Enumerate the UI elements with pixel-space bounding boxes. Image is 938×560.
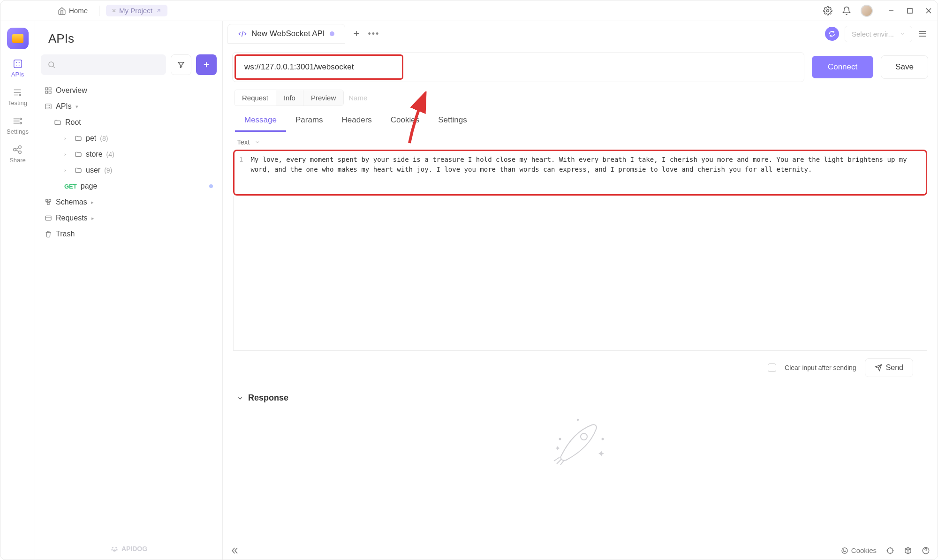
clear-input-checkbox[interactable] [768,363,776,372]
window-maximize-icon[interactable] [907,8,913,14]
chevron-right-icon: › [64,167,71,173]
svg-point-31 [842,548,847,553]
root-folder[interactable]: Root [40,114,218,130]
empty-response-illustration [223,411,938,467]
tab-cookies[interactable]: Cookies [381,111,429,132]
store-folder[interactable]: › store (4) [40,146,218,162]
tab-headers[interactable]: Headers [333,111,381,132]
requests-node[interactable]: Requests ▸ [40,210,218,226]
rail-share[interactable]: Share [9,144,26,164]
schemas-node[interactable]: Schemas ▸ [40,194,218,210]
send-button[interactable]: Send [865,358,913,377]
svg-point-30 [577,419,578,420]
main-area: New WebSocket API + ••• Select envir... [223,21,938,560]
content-type-select[interactable]: Text [223,132,938,150]
rail-apis[interactable]: APIs [11,59,24,78]
share-icon [12,144,23,155]
svg-point-32 [843,550,844,550]
home-tab[interactable]: Home [53,4,92,18]
seg-preview[interactable]: Preview [303,90,343,106]
box-icon[interactable] [904,546,912,555]
connect-button[interactable]: Connect [812,56,873,78]
response-title: Response [248,393,288,403]
seg-info[interactable]: Info [276,90,303,106]
response-section[interactable]: Response [223,385,938,411]
request-segment-row: Request Info Preview Name [223,88,938,106]
line-number: 1 [239,155,243,174]
name-placeholder[interactable]: Name [348,94,367,102]
rail-testing[interactable]: Testing [8,87,27,106]
filter-icon [177,61,185,69]
tab-more-button[interactable]: ••• [368,29,379,39]
apis-node[interactable]: APIs ▾ [40,98,218,114]
svg-point-25 [116,549,118,551]
svg-point-29 [560,439,561,440]
svg-point-24 [111,549,113,551]
bell-icon[interactable] [842,6,851,15]
rail-settings[interactable]: Settings [7,116,29,135]
overview-icon [45,87,52,94]
app-logo[interactable] [7,28,29,49]
dirty-indicator-icon [330,31,334,36]
titlebar: Home ✕ My Project [0,0,938,21]
save-button[interactable]: Save [881,55,928,79]
apis-icon [13,59,23,69]
new-tab-button[interactable]: + [354,28,360,40]
websocket-tab[interactable]: New WebSocket API [227,24,345,44]
project-tab[interactable]: ✕ My Project [106,5,167,16]
user-avatar[interactable] [861,5,873,17]
url-box: ws://127.0.0.1:3001/websocket [232,52,804,82]
window-close-icon[interactable] [925,8,932,14]
user-folder[interactable]: › user (9) [40,162,218,178]
svg-point-26 [113,550,116,552]
url-input[interactable]: ws://127.0.0.1:3001/websocket [234,54,403,80]
pet-count: (8) [100,135,108,142]
unsaved-dot-icon [209,184,213,188]
tab-settings[interactable]: Settings [429,111,476,132]
overview-node[interactable]: Overview [40,83,218,98]
trash-label: Trash [56,230,75,238]
filter-button[interactable] [171,54,191,75]
editor-padding[interactable] [233,196,927,350]
target-icon[interactable] [886,546,894,555]
pet-folder[interactable]: › pet (8) [40,130,218,146]
sidebar-footer: APIDOG [35,538,222,560]
search-input[interactable] [41,54,166,75]
editor-tabbar: New WebSocket API + ••• Select envir... [223,21,938,46]
rail-apis-label: APIs [11,71,24,78]
svg-point-27 [581,433,587,440]
add-button[interactable] [196,54,217,75]
cookies-button[interactable]: Cookies [841,546,877,554]
collapse-icon[interactable] [230,546,240,555]
window-minimize-icon[interactable] [888,8,894,14]
chevron-down-icon [255,139,260,145]
external-icon [155,8,162,14]
tab-params[interactable]: Params [286,111,333,132]
tab-message[interactable]: Message [235,111,286,132]
schemas-icon [45,198,52,206]
footer-label: APIDOG [121,545,147,552]
send-row: Clear input after sending Send [233,350,927,385]
seg-request[interactable]: Request [234,90,276,106]
trash-node[interactable]: Trash [40,226,218,242]
sync-button[interactable] [825,27,839,41]
store-count: (4) [106,151,114,158]
message-content[interactable]: My love, every moment spent by your side… [250,155,921,174]
root-label: Root [65,118,81,127]
sidebar: APIs Overview APIs ▾ R [35,21,223,560]
testing-icon [12,87,23,98]
environment-select[interactable]: Select envir... [845,26,912,42]
help-icon[interactable] [922,546,930,555]
close-icon[interactable]: ✕ [112,8,116,14]
panel-menu-button[interactable] [918,29,927,38]
message-editor[interactable]: 1 My love, every moment spent by your si… [233,150,927,196]
requests-label: Requests [56,214,88,222]
svg-rect-17 [45,104,51,109]
tab-divider [99,6,99,16]
settings-gear-icon[interactable] [823,6,832,15]
sidebar-title: APIs [35,21,222,54]
http-method: GET [64,183,77,190]
requests-icon [45,214,52,222]
svg-point-0 [827,9,829,12]
page-endpoint[interactable]: GET page [40,178,218,194]
